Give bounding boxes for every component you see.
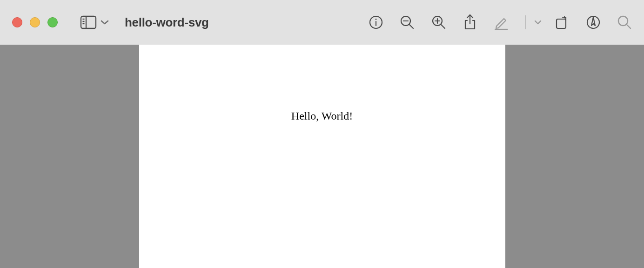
svg-point-7 <box>376 19 377 20</box>
traffic-lights <box>12 17 58 27</box>
document-body-text: Hello, World! <box>139 110 505 122</box>
window-titlebar: hello-word-svg <box>0 0 644 45</box>
document-page: Hello, World! <box>139 45 505 268</box>
svg-rect-0 <box>81 16 96 28</box>
close-window-button[interactable] <box>12 17 22 27</box>
rotate-icon[interactable] <box>555 15 570 30</box>
share-icon[interactable] <box>463 14 477 31</box>
zoom-in-icon[interactable] <box>431 15 446 30</box>
maximize-window-button[interactable] <box>47 17 58 27</box>
highlight-icon[interactable] <box>586 15 600 29</box>
toolbar <box>369 14 632 31</box>
window-title: hello-word-svg <box>125 15 209 30</box>
markup-icon[interactable] <box>494 15 509 30</box>
minimize-window-button[interactable] <box>30 17 40 27</box>
content-area: Hello, World! <box>0 45 644 268</box>
chevron-down-small-icon[interactable] <box>534 20 542 25</box>
zoom-out-icon[interactable] <box>400 15 415 30</box>
svg-line-20 <box>627 25 631 28</box>
search-icon[interactable] <box>617 15 632 30</box>
svg-line-12 <box>441 25 445 28</box>
info-icon[interactable] <box>369 15 383 29</box>
sidebar-toggle-icon[interactable] <box>80 15 97 29</box>
svg-line-9 <box>409 25 413 28</box>
chevron-down-icon[interactable] <box>101 20 109 25</box>
svg-rect-17 <box>557 19 566 28</box>
svg-point-19 <box>618 16 628 26</box>
toolbar-divider <box>525 15 526 29</box>
